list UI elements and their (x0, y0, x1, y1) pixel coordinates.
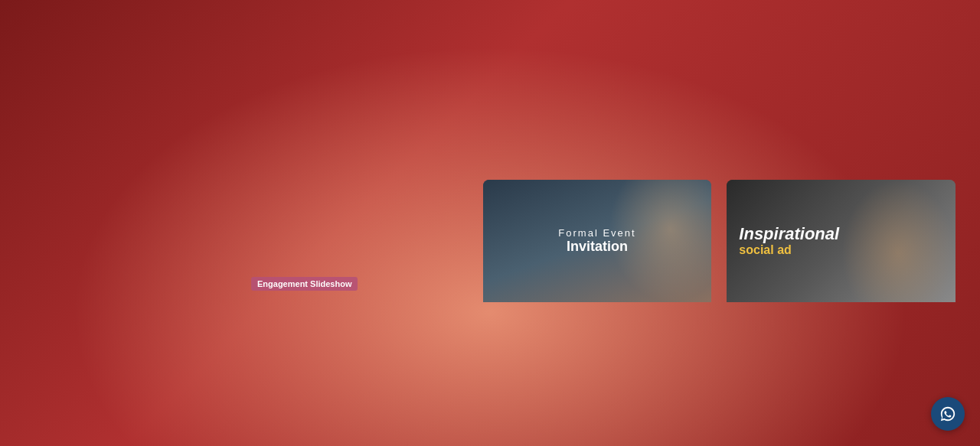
chat-icon (939, 405, 956, 422)
card-thumbnail-inspirational: Inspirational social ad (727, 180, 956, 302)
cards-grid: Engagement Slideshow Engagement Slidesho… (239, 180, 956, 367)
main-content: CHOOSE A TEMPLATE "wedding invitation" (… (214, 37, 980, 446)
inspirational-text: Inspirational social ad (739, 225, 839, 257)
formal-text: Formal Event Invitation (558, 227, 635, 255)
card-thumbnail-formal: Formal Event Invitation (483, 180, 712, 302)
engagement-badge: Engagement Slideshow (245, 270, 364, 296)
chat-support-button[interactable] (931, 397, 965, 431)
card-engagement-slideshow[interactable]: Engagement Slideshow Engagement Slidesho… (239, 180, 468, 367)
main-layout: VIEW BY Recommended for you All template… (0, 37, 980, 446)
card-thumbnail-engagement: Engagement Slideshow (239, 180, 468, 302)
